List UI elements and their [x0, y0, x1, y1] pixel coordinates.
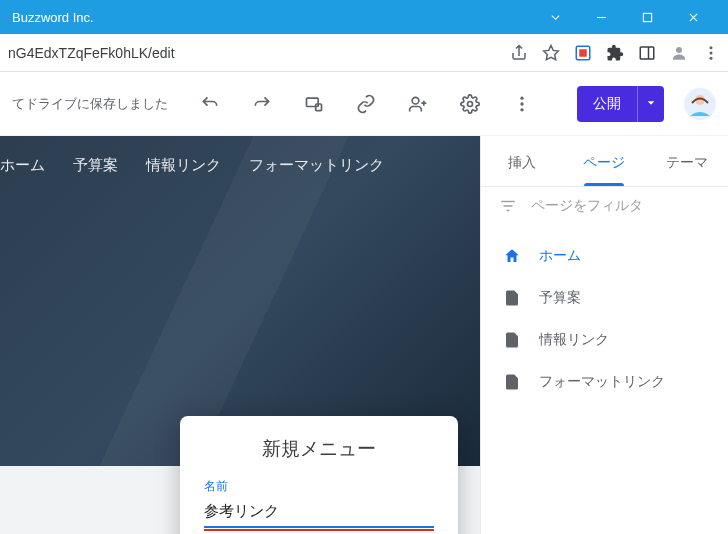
- dialog-title: 新規メニュー: [204, 436, 434, 462]
- window-titlebar: Buzzword Inc.: [0, 0, 728, 34]
- link-button[interactable]: [344, 84, 388, 124]
- extensions-icon[interactable]: [606, 44, 624, 62]
- page-item-budget[interactable]: 予算案: [481, 277, 728, 319]
- site-nav: ホーム 予算案 情報リンク フォーマットリンク: [0, 136, 480, 175]
- window-minimize[interactable]: [578, 0, 624, 34]
- new-menu-dialogit: 新規メニュー 名前 完了: [180, 416, 458, 534]
- tab-insert[interactable]: 挿入: [481, 136, 563, 186]
- tab-theme[interactable]: テーマ: [646, 136, 728, 186]
- svg-rect-1: [643, 13, 651, 21]
- page-item-formatlink[interactable]: フォーマットリンク: [481, 361, 728, 403]
- undo-button[interactable]: [188, 84, 232, 124]
- publish-dropdown[interactable]: [637, 86, 664, 122]
- user-avatar[interactable]: [684, 88, 716, 120]
- filter-placeholder: ページをフィルタ: [531, 197, 643, 215]
- svg-point-7: [676, 47, 682, 53]
- svg-point-10: [710, 56, 713, 59]
- tool-icons: [188, 84, 544, 124]
- svg-point-17: [520, 108, 523, 111]
- canvas-area[interactable]: ホーム 予算案 情報リンク フォーマットリンク 要 新規メニュー 名前 完了: [0, 136, 480, 534]
- url-actions: [510, 44, 720, 62]
- page-item-infolink[interactable]: 情報リンク: [481, 319, 728, 361]
- svg-point-13: [412, 97, 419, 104]
- svg-point-16: [520, 102, 523, 105]
- window-controls: [532, 0, 716, 34]
- svg-point-9: [710, 51, 713, 54]
- browser-urlbar: nG4EdxTZqFeFk0hLK/edit: [0, 34, 728, 72]
- page-filter[interactable]: ページをフィルタ: [481, 187, 728, 225]
- publish-button[interactable]: 公開: [577, 86, 637, 122]
- side-tabs: 挿入 ページ テーマ: [481, 136, 728, 187]
- page-item-label: 予算案: [539, 289, 581, 307]
- window-title: Buzzword Inc.: [12, 10, 532, 25]
- filter-icon: [499, 197, 517, 215]
- extension-screenshot-icon[interactable]: [574, 44, 592, 62]
- dialog-name-input[interactable]: [204, 499, 434, 528]
- browser-menu-icon[interactable]: [702, 44, 720, 62]
- svg-point-14: [468, 101, 473, 106]
- svg-rect-5: [640, 47, 654, 59]
- page-icon: [503, 331, 521, 349]
- add-person-button[interactable]: [396, 84, 440, 124]
- tab-pages[interactable]: ページ: [563, 136, 645, 186]
- save-status: てドライブに保存しました: [12, 95, 168, 113]
- sidepanel-icon[interactable]: [638, 44, 656, 62]
- app-toolbar: てドライブに保存しました 公開: [0, 72, 728, 136]
- page-list: ホーム 予算案 情報リンク フォーマットリンク: [481, 225, 728, 413]
- star-icon[interactable]: [542, 44, 560, 62]
- page-item-label: フォーマットリンク: [539, 373, 665, 391]
- window-maximize[interactable]: [624, 0, 670, 34]
- settings-button[interactable]: [448, 84, 492, 124]
- site-nav-item[interactable]: ホーム: [0, 156, 45, 175]
- window-dropdown[interactable]: [532, 0, 578, 34]
- input-spellcheck-underline: [204, 529, 434, 531]
- site-nav-item[interactable]: フォーマットリンク: [249, 156, 384, 175]
- preview-button[interactable]: [292, 84, 336, 124]
- profile-icon[interactable]: [670, 44, 688, 62]
- dialog-field-label: 名前: [204, 478, 434, 495]
- svg-rect-4: [579, 49, 587, 57]
- url-text[interactable]: nG4EdxTZqFeFk0hLK/edit: [8, 45, 510, 61]
- more-button[interactable]: [500, 84, 544, 124]
- page-item-home[interactable]: ホーム: [481, 235, 728, 277]
- svg-marker-2: [544, 45, 559, 59]
- svg-point-8: [710, 46, 713, 49]
- page-item-label: ホーム: [539, 247, 581, 265]
- main-area: ホーム 予算案 情報リンク フォーマットリンク 要 新規メニュー 名前 完了 挿…: [0, 136, 728, 534]
- side-panel: 挿入 ページ テーマ ページをフィルタ ホーム 予算案 情報リンク フォーマ: [480, 136, 728, 534]
- redo-button[interactable]: [240, 84, 284, 124]
- site-nav-item[interactable]: 予算案: [73, 156, 118, 175]
- publish-group: 公開: [577, 86, 664, 122]
- page-icon: [503, 373, 521, 391]
- page-item-label: 情報リンク: [539, 331, 609, 349]
- share-icon[interactable]: [510, 44, 528, 62]
- svg-point-15: [520, 96, 523, 99]
- page-icon: [503, 289, 521, 307]
- site-nav-item[interactable]: 情報リンク: [146, 156, 221, 175]
- window-close[interactable]: [670, 0, 716, 34]
- home-icon: [503, 247, 521, 265]
